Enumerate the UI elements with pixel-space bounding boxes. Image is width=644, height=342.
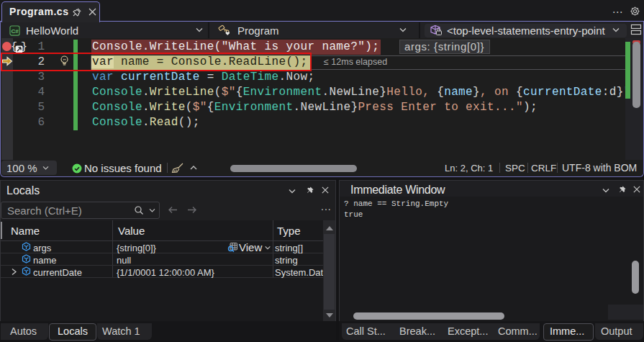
svg-text:C#: C# <box>11 28 19 35</box>
